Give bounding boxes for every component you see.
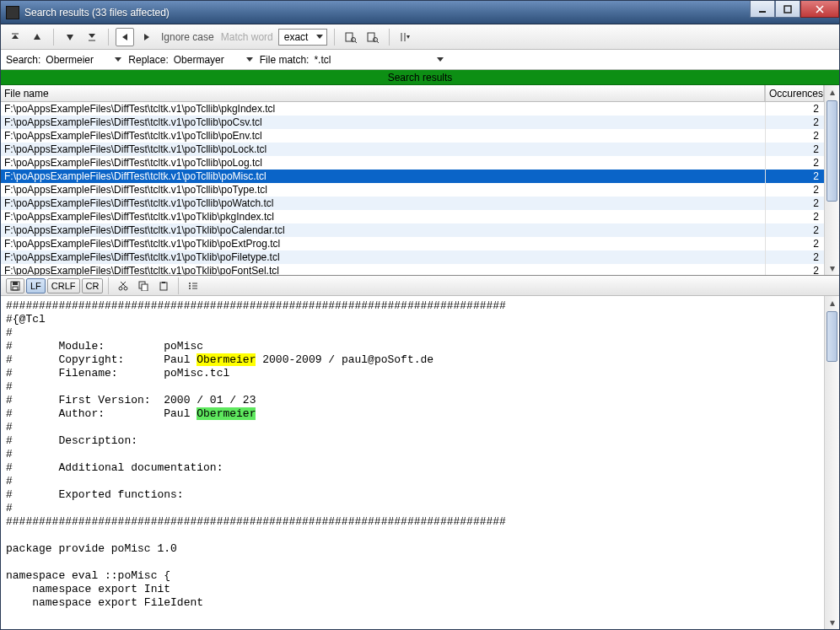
- occurrences-cell: 2: [765, 156, 824, 170]
- svg-line-17: [377, 41, 379, 43]
- table-row[interactable]: F:\poAppsExampleFiles\DiffTest\tcltk.v1\…: [1, 129, 824, 143]
- minimize-button[interactable]: [750, 1, 775, 18]
- svg-point-32: [189, 283, 191, 284]
- window-buttons: [750, 1, 839, 24]
- separator: [178, 277, 179, 294]
- search-bar: Search: Obermeier Replace: Obermayer Fil…: [1, 50, 839, 70]
- table-row[interactable]: F:\poAppsExampleFiles\DiffTest\tcltk.v1\…: [1, 197, 824, 210]
- occurrences-cell: 2: [765, 210, 824, 223]
- code-view[interactable]: ########################################…: [1, 296, 824, 629]
- cr-button[interactable]: CR: [82, 278, 104, 293]
- cut-button[interactable]: [114, 278, 132, 293]
- save-button[interactable]: [6, 278, 24, 293]
- lf-button[interactable]: LF: [26, 278, 46, 293]
- occurrences-cell: 2: [765, 264, 824, 275]
- paste-button[interactable]: [154, 278, 173, 293]
- occurrences-cell: 2: [765, 223, 824, 237]
- filematch-input[interactable]: *.tcl: [312, 52, 447, 67]
- svg-point-16: [373, 37, 377, 41]
- match-mode-combo[interactable]: exact: [278, 29, 327, 46]
- col-occurrences[interactable]: Occurences: [765, 85, 824, 101]
- occurrences-cell: 2: [765, 197, 824, 210]
- columns-button[interactable]: [396, 28, 415, 46]
- occurrences-cell: 2: [765, 102, 824, 116]
- file-name-cell: F:\poAppsExampleFiles\DiffTest\tcltk.v1\…: [1, 116, 765, 129]
- table-row[interactable]: F:\poAppsExampleFiles\DiffTest\tcltk.v1\…: [1, 170, 824, 183]
- replace-button[interactable]: [363, 28, 382, 46]
- app-icon: [6, 6, 19, 19]
- table-row[interactable]: F:\poAppsExampleFiles\DiffTest\tcltk.v1\…: [1, 237, 824, 250]
- replace-input[interactable]: Obermayer: [172, 52, 256, 67]
- forward-button[interactable]: [137, 28, 156, 46]
- file-name-cell: F:\poAppsExampleFiles\DiffTest\tcltk.v1\…: [1, 170, 765, 183]
- table-row[interactable]: F:\poAppsExampleFiles\DiffTest\tcltk.v1\…: [1, 264, 824, 275]
- file-name-cell: F:\poAppsExampleFiles\DiffTest\tcltk.v1\…: [1, 250, 765, 264]
- scroll-thumb[interactable]: [827, 100, 837, 202]
- file-name-cell: F:\poAppsExampleFiles\DiffTest\tcltk.v1\…: [1, 197, 765, 210]
- find-button[interactable]: [342, 28, 360, 46]
- last-match-button[interactable]: [83, 28, 101, 46]
- list-button[interactable]: [184, 278, 202, 293]
- copy-button[interactable]: [134, 278, 153, 293]
- maximize-button[interactable]: [775, 1, 800, 18]
- prev-match-button[interactable]: [28, 28, 46, 46]
- table-row[interactable]: F:\poAppsExampleFiles\DiffTest\tcltk.v1\…: [1, 143, 824, 156]
- col-filename[interactable]: File name: [1, 85, 765, 101]
- separator: [334, 29, 335, 46]
- next-match-button[interactable]: [61, 28, 79, 46]
- code-wrap: ########################################…: [1, 296, 839, 629]
- table-row[interactable]: F:\poAppsExampleFiles\DiffTest\tcltk.v1\…: [1, 223, 824, 237]
- file-name-cell: F:\poAppsExampleFiles\DiffTest\tcltk.v1\…: [1, 210, 765, 223]
- svg-point-34: [189, 285, 191, 287]
- titlebar: Search results (33 files affected): [1, 1, 839, 24]
- first-match-button[interactable]: [6, 28, 24, 46]
- filematch-value: *.tcl: [314, 54, 331, 66]
- svg-point-25: [124, 287, 127, 290]
- table-body: F:\poAppsExampleFiles\DiffTest\tcltk.v1\…: [1, 102, 824, 275]
- occurrences-cell: 2: [765, 143, 824, 156]
- search-input[interactable]: Obermeier: [44, 52, 125, 67]
- match-word-toggle[interactable]: Match word: [219, 31, 275, 43]
- window-title: Search results (33 files affected): [24, 7, 750, 19]
- close-button[interactable]: [800, 1, 839, 18]
- svg-point-24: [119, 287, 122, 290]
- scroll-up-icon[interactable]: ▴: [825, 85, 839, 99]
- scroll-up-icon[interactable]: ▴: [825, 296, 839, 310]
- table-row[interactable]: F:\poAppsExampleFiles\DiffTest\tcltk.v1\…: [1, 156, 824, 170]
- table-row[interactable]: F:\poAppsExampleFiles\DiffTest\tcltk.v1\…: [1, 183, 824, 197]
- file-name-cell: F:\poAppsExampleFiles\DiffTest\tcltk.v1\…: [1, 156, 765, 170]
- separator: [389, 29, 390, 46]
- scroll-thumb[interactable]: [827, 311, 837, 362]
- file-name-cell: F:\poAppsExampleFiles\DiffTest\tcltk.v1\…: [1, 102, 765, 116]
- table-row[interactable]: F:\poAppsExampleFiles\DiffTest\tcltk.v1\…: [1, 250, 824, 264]
- table-scrollbar[interactable]: ▴ ▾: [824, 85, 839, 275]
- chevron-down-icon: [115, 57, 121, 62]
- search-value: Obermeier: [46, 54, 94, 66]
- occurrences-cell: 2: [765, 170, 824, 183]
- table-row[interactable]: F:\poAppsExampleFiles\DiffTest\tcltk.v1\…: [1, 116, 824, 129]
- replace-value: Obermayer: [174, 54, 224, 66]
- results-header: Search results: [1, 70, 839, 85]
- svg-point-13: [351, 37, 355, 41]
- back-button[interactable]: [116, 28, 134, 46]
- svg-rect-1: [784, 6, 791, 13]
- svg-marker-6: [34, 34, 40, 40]
- table-row[interactable]: F:\poAppsExampleFiles\DiffTest\tcltk.v1\…: [1, 210, 824, 223]
- filematch-label: File match:: [260, 54, 310, 66]
- ignore-case-toggle[interactable]: Ignore case: [159, 31, 216, 43]
- svg-line-14: [355, 41, 357, 43]
- svg-marker-20: [407, 35, 410, 39]
- scroll-down-icon[interactable]: ▾: [825, 261, 839, 275]
- file-name-cell: F:\poAppsExampleFiles\DiffTest\tcltk.v1\…: [1, 143, 765, 156]
- crlf-button[interactable]: CRLF: [47, 278, 80, 293]
- editor-toolbar: LF CRLF CR: [1, 276, 839, 296]
- table-header: File name Occurences: [1, 85, 824, 102]
- table-row[interactable]: F:\poAppsExampleFiles\DiffTest\tcltk.v1\…: [1, 102, 824, 116]
- scroll-down-icon[interactable]: ▾: [825, 616, 839, 629]
- svg-point-36: [189, 288, 191, 289]
- app-window: Search results (33 files affected) Ignor…: [0, 0, 840, 630]
- separator: [108, 277, 109, 294]
- code-scrollbar[interactable]: ▴ ▾: [824, 296, 839, 629]
- svg-marker-8: [89, 34, 95, 38]
- separator: [108, 29, 109, 46]
